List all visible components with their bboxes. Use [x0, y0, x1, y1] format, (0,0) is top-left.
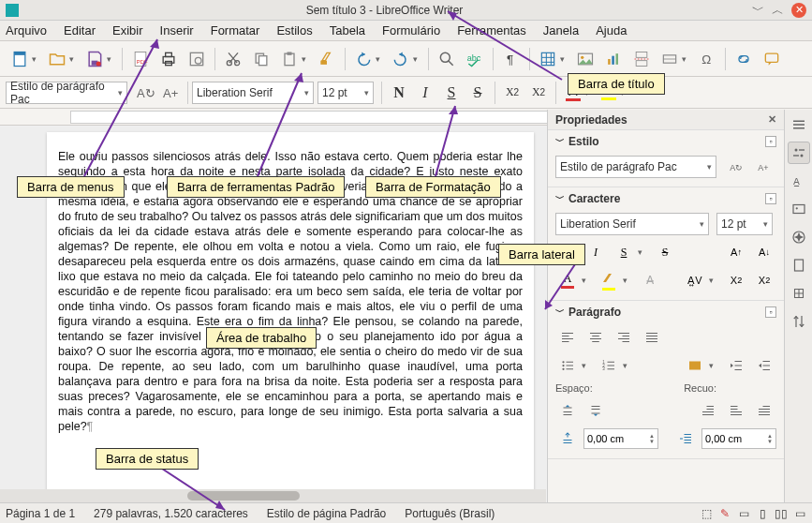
svg-line-60: [159, 467, 225, 510]
callout-menus: Barra de menus: [17, 176, 125, 198]
callout-work: Área de trabalho: [206, 327, 317, 349]
callout-std: Barra de ferramentas Padrão: [167, 176, 345, 198]
svg-marker-61: [215, 501, 225, 510]
callout-title: Barra de título: [568, 73, 665, 95]
callout-sidebar: Barra lateral: [498, 244, 585, 265]
callout-status: Barra de status: [96, 448, 199, 470]
callout-fmt: Barra de Formatação: [365, 176, 501, 198]
